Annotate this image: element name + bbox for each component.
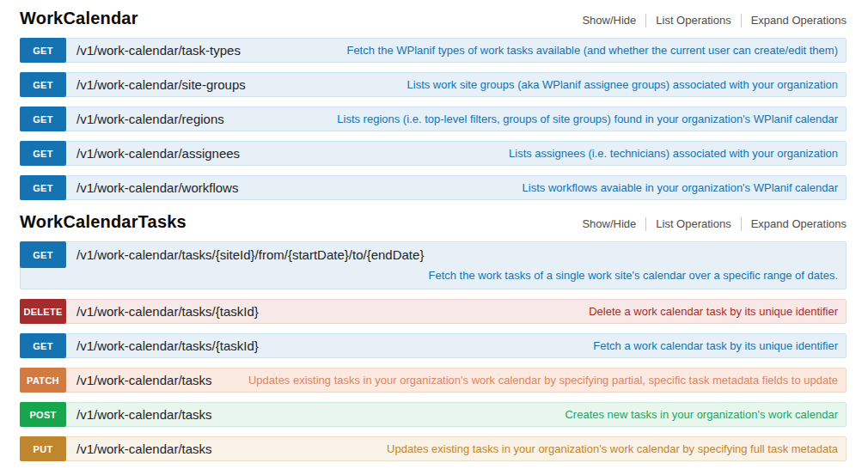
operation-description-link[interactable]: Lists assignees (i.e. technicians) assoc… (497, 142, 846, 165)
operation-row[interactable]: PATCH /v1/work-calendar/tasks Updates ex… (20, 368, 847, 393)
section-link[interactable]: List Operations (645, 14, 740, 27)
section-links: Show/Hide List Operations Expand Operati… (582, 14, 847, 27)
http-method-badge[interactable]: GET (20, 175, 66, 200)
operations-list: GET /v1/work-calendar/task-types Fetch t… (20, 38, 847, 200)
operation-description-link[interactable]: Lists work site groups (aka WPlanif assi… (395, 73, 846, 96)
operation-path-link[interactable]: /v1/work-calendar/tasks (76, 403, 212, 426)
section-link[interactable]: Show/Hide (582, 217, 645, 231)
api-section: WorkCalendarTasks Show/Hide List Operati… (20, 212, 847, 461)
operation-path-link[interactable]: /v1/work-calendar/workflows (76, 176, 238, 199)
operation-description-link[interactable]: Creates new tasks in your organization's… (553, 403, 846, 426)
operation-description-link[interactable]: Updates existing tasks in your organizat… (375, 437, 846, 460)
section-header: WorkCalendarTasks Show/Hide List Operati… (20, 212, 847, 232)
http-method-badge[interactable]: POST (20, 402, 66, 427)
http-method-badge[interactable]: PATCH (20, 368, 66, 393)
operation-path-link[interactable]: /v1/work-calendar/site-groups (76, 73, 246, 96)
http-method-badge[interactable]: GET (20, 72, 66, 97)
operation-row[interactable]: GET /v1/work-calendar/tasks/{taskId} Fet… (20, 333, 847, 358)
operation-row[interactable]: POST /v1/work-calendar/tasks Creates new… (20, 402, 847, 427)
section-link[interactable]: Expand Operations (741, 217, 847, 231)
http-method-badge[interactable]: GET (20, 141, 66, 166)
swagger-api-docs: WorkCalendar Show/Hide List Operations E… (0, 0, 868, 469)
operation-description-link[interactable]: Fetch the work tasks of a single work si… (21, 267, 846, 289)
operation-path-link[interactable]: /v1/work-calendar/tasks (76, 437, 212, 460)
operation-path-link[interactable]: /v1/work-calendar/tasks (76, 368, 212, 392)
http-method-badge[interactable]: GET (20, 107, 66, 131)
section-title[interactable]: WorkCalendar (20, 9, 138, 28)
operation-description-link[interactable]: Delete a work calendar task by its uniqu… (577, 300, 846, 323)
operation-path-link[interactable]: /v1/work-calendar/tasks/{taskId} (76, 334, 259, 357)
operation-path-link[interactable]: /v1/work-calendar/tasks/{siteId}/from/{s… (76, 242, 424, 267)
operation-description-link[interactable]: Lists workflows avaiable in your organiz… (510, 176, 846, 199)
operation-row[interactable]: DELETE /v1/work-calendar/tasks/{taskId} … (20, 299, 847, 324)
section-links: Show/Hide List Operations Expand Operati… (582, 217, 847, 231)
operation-path-link[interactable]: /v1/work-calendar/regions (76, 107, 224, 131)
operation-row[interactable]: GET /v1/work-calendar/workflows Lists wo… (20, 175, 847, 200)
operation-row[interactable]: GET /v1/work-calendar/assignees Lists as… (20, 141, 847, 166)
operation-path-link[interactable]: /v1/work-calendar/assignees (76, 142, 240, 165)
http-method-badge[interactable]: GET (20, 38, 66, 63)
operation-row[interactable]: GET /v1/work-calendar/tasks/{siteId}/fro… (20, 241, 847, 289)
operation-row[interactable]: GET /v1/work-calendar/regions Lists regi… (20, 107, 847, 131)
section-link[interactable]: List Operations (645, 217, 740, 231)
http-method-badge[interactable]: DELETE (20, 299, 66, 324)
http-method-badge[interactable]: PUT (20, 436, 66, 461)
operation-row[interactable]: GET /v1/work-calendar/site-groups Lists … (20, 72, 847, 97)
operation-row[interactable]: GET /v1/work-calendar/task-types Fetch t… (20, 38, 847, 63)
section-header: WorkCalendar Show/Hide List Operations E… (20, 9, 847, 28)
operation-row[interactable]: PUT /v1/work-calendar/tasks Updates exis… (20, 436, 847, 461)
operation-path-line: GET /v1/work-calendar/tasks/{siteId}/fro… (21, 242, 846, 267)
operation-description-link[interactable]: Fetch the WPlanif types of work tasks av… (334, 39, 846, 62)
operation-path-link[interactable]: /v1/work-calendar/task-types (76, 39, 241, 62)
operations-list: GET /v1/work-calendar/tasks/{siteId}/fro… (20, 241, 847, 461)
operation-path-link[interactable]: /v1/work-calendar/tasks/{taskId} (76, 300, 259, 323)
section-title[interactable]: WorkCalendarTasks (20, 212, 186, 232)
operation-description-link[interactable]: Lists regions (i.e. top-level filters, g… (325, 107, 846, 131)
operation-description-link[interactable]: Fetch a work calendar task by its unique… (581, 334, 846, 357)
operation-description-link[interactable]: Updates existing tasks in your organizat… (236, 368, 846, 392)
http-method-badge[interactable]: GET (20, 241, 66, 268)
section-link[interactable]: Expand Operations (741, 14, 847, 27)
section-link[interactable]: Show/Hide (582, 14, 645, 27)
api-section: WorkCalendar Show/Hide List Operations E… (20, 9, 847, 200)
http-method-badge[interactable]: GET (20, 333, 66, 358)
